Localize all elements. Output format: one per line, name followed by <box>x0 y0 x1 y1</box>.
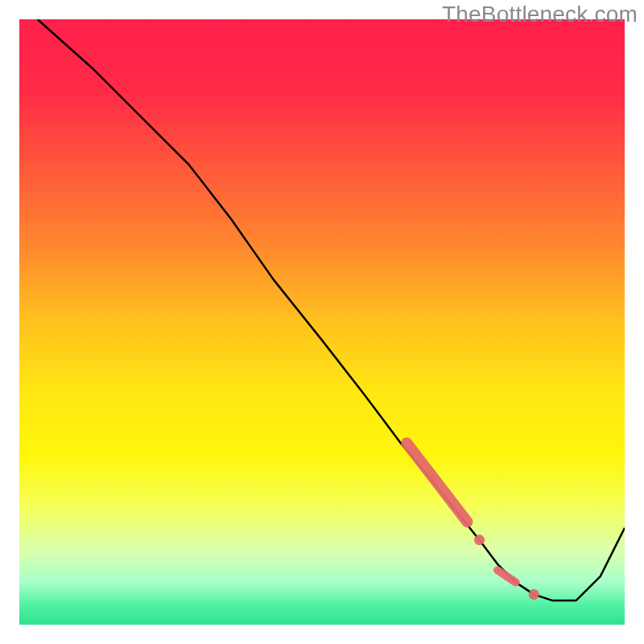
frame-right <box>625 0 644 644</box>
frame-bottom <box>0 625 644 644</box>
frame-left <box>0 0 19 644</box>
highlighted-point-low <box>529 589 539 599</box>
bottleneck-chart <box>0 0 644 644</box>
watermark-text: TheBottleneck.com <box>442 2 638 27</box>
highlighted-point-mid <box>475 535 485 545</box>
chart-container: TheBottleneck.com <box>0 0 644 644</box>
gradient-background <box>19 19 625 625</box>
